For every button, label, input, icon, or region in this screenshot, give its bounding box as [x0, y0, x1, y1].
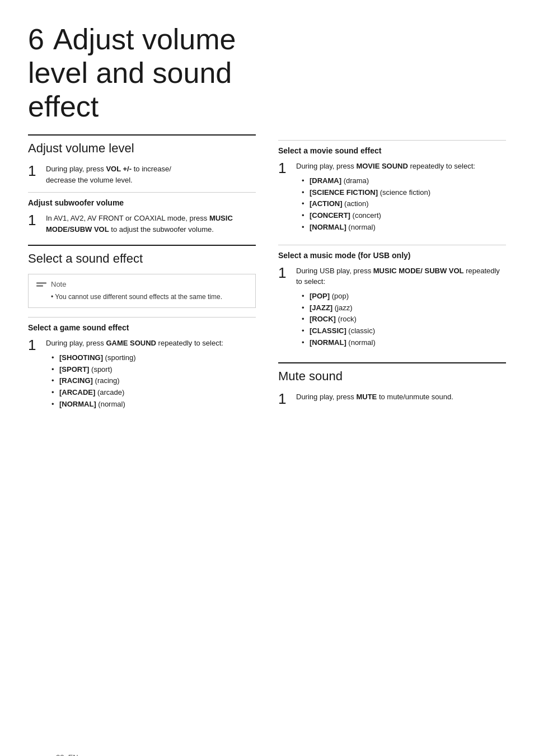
step-number: 1	[278, 391, 291, 406]
select-sound-heading: Select a sound effect	[28, 245, 256, 266]
list-item: [ROCK] (rock)	[302, 314, 506, 325]
adjust-volume-heading: Adjust volume level	[28, 134, 256, 156]
mute-sound-section: Mute sound 1 During play, press MUTE to …	[278, 362, 506, 406]
select-game-step1: 1 During play, press GAME SOUND repeated…	[28, 338, 256, 413]
select-music-heading: Select a music mode (for USB only)	[278, 245, 506, 260]
adjust-subwoofer-step1: 1 In AV1, AV2, AV FRONT or COAXIAL mode,…	[28, 213, 256, 235]
game-sound-list: [SHOOTING] (sporting) [SPORT] (sport) [R…	[51, 352, 223, 410]
step-content: During play, press MOVIE SOUND repeatedl…	[296, 161, 475, 236]
adjust-subwoofer-section: Adjust subwoofer volume 1 In AV1, AV2, A…	[28, 192, 256, 235]
list-item: [NORMAL] (normal)	[302, 222, 475, 234]
page-footer: 22 EN	[56, 753, 78, 756]
select-music-section: Select a music mode (for USB only) 1 Dur…	[278, 245, 506, 352]
chapter-title: Adjust volumelevel and soundeffect	[28, 23, 236, 123]
list-item: [SCIENCE FICTION] (science fiction)	[302, 187, 475, 199]
list-item: [POP] (pop)	[302, 291, 506, 302]
list-item: [NORMAL] (normal)	[302, 337, 506, 349]
note-label: Note	[51, 280, 66, 288]
note-icon-bar1	[36, 282, 46, 284]
note-icon-bar2	[36, 285, 43, 287]
chapter-heading: 6Adjust volumelevel and soundeffect	[28, 22, 506, 123]
page-lang: EN	[68, 753, 78, 756]
step-content: During play, press MUTE to mute/unmute s…	[296, 391, 453, 406]
chapter-number: 6	[28, 23, 44, 55]
note-header: Note	[36, 280, 247, 288]
step-content: During play, press GAME SOUND repeatedly…	[46, 338, 223, 413]
list-item: [ACTION] (action)	[302, 198, 475, 210]
mute-sound-step1: 1 During play, press MUTE to mute/unmute…	[278, 391, 506, 406]
adjust-volume-section: Adjust volume level 1 During play, press…	[28, 134, 256, 185]
step-number: 1	[28, 164, 40, 185]
page-number: 22	[56, 753, 64, 756]
step-number: 1	[278, 265, 291, 352]
note-icon	[36, 282, 46, 287]
step-number: 1	[28, 213, 40, 235]
select-movie-step1: 1 During play, press MOVIE SOUND repeate…	[278, 161, 506, 236]
list-item: [CONCERT] (concert)	[302, 210, 475, 222]
list-item: [SPORT] (sport)	[51, 364, 223, 376]
step-content: During play, press VOL +/- to increase/d…	[46, 164, 171, 185]
list-item: [JAZZ] (jazz)	[302, 302, 506, 314]
select-movie-heading: Select a movie sound effect	[278, 140, 506, 155]
list-item: [NORMAL] (normal)	[51, 399, 223, 410]
step-number: 1	[278, 161, 291, 236]
mute-sound-heading: Mute sound	[278, 362, 506, 384]
select-music-step1: 1 During USB play, press MUSIC MODE/ SUB…	[278, 265, 506, 352]
music-mode-list: [POP] (pop) [JAZZ] (jazz) [ROCK] (rock) …	[302, 291, 506, 349]
adjust-volume-step1: 1 During play, press VOL +/- to increase…	[28, 164, 256, 185]
list-item: [RACING] (racing)	[51, 375, 223, 387]
movie-sound-list: [DRAMA] (drama) [SCIENCE FICTION] (scien…	[302, 175, 475, 234]
select-game-heading: Select a game sound effect	[28, 317, 256, 332]
select-game-section: Select a game sound effect 1 During play…	[28, 317, 256, 413]
adjust-subwoofer-heading: Adjust subwoofer volume	[28, 192, 256, 207]
list-item: [ARCADE] (arcade)	[51, 387, 223, 399]
select-sound-section: Select a sound effect Note • You cannot …	[28, 245, 256, 308]
list-item: [CLASSIC] (classic)	[302, 325, 506, 337]
list-item: [SHOOTING] (sporting)	[51, 352, 223, 364]
note-box: Note • You cannot use different sound ef…	[28, 274, 256, 308]
note-text: • You cannot use different sound effects…	[36, 292, 247, 302]
step-content: In AV1, AV2, AV FRONT or COAXIAL mode, p…	[46, 213, 256, 235]
list-item: [DRAMA] (drama)	[302, 175, 475, 187]
step-content: During USB play, press MUSIC MODE/ SUBW …	[296, 265, 506, 352]
select-movie-section: Select a movie sound effect 1 During pla…	[278, 140, 506, 236]
step-number: 1	[28, 338, 40, 413]
